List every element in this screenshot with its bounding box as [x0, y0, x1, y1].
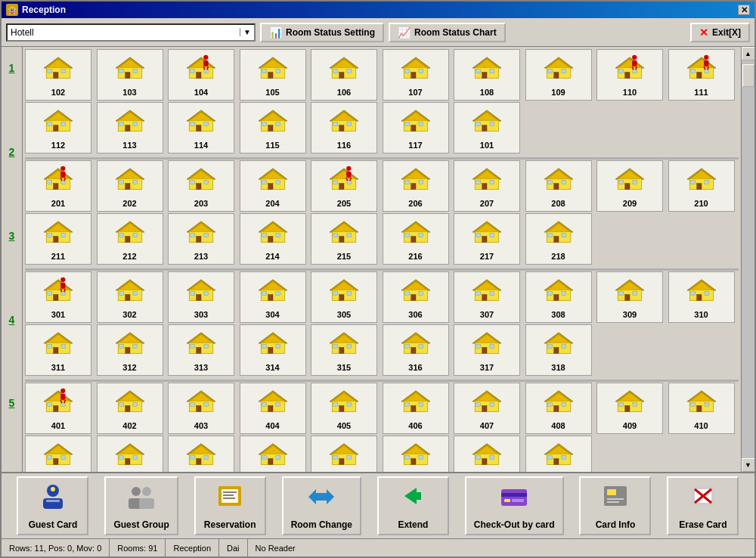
room-318[interactable]: 318: [525, 324, 592, 376]
room-405[interactable]: 405: [311, 383, 377, 434]
room-412[interactable]: 412: [97, 436, 163, 472]
room-303[interactable]: 303: [168, 271, 234, 323]
room-209[interactable]: 209: [596, 160, 663, 212]
room-307[interactable]: 307: [454, 271, 520, 323]
reservation-button[interactable]: Reservation: [194, 476, 266, 535]
room-107[interactable]: 107: [383, 49, 449, 101]
room-114[interactable]: 114: [168, 102, 234, 153]
room-215[interactable]: 215: [311, 213, 377, 265]
svg-rect-15: [197, 72, 201, 78]
room-206[interactable]: 206: [383, 160, 449, 212]
room-icon-113: [113, 107, 147, 139]
room-410[interactable]: 410: [668, 383, 735, 434]
room-409[interactable]: 409: [596, 383, 663, 434]
svg-rect-328: [262, 344, 266, 348]
room-418[interactable]: 418: [525, 436, 592, 472]
room-203[interactable]: 203: [168, 160, 234, 212]
room-417[interactable]: 417: [454, 436, 520, 472]
room-309[interactable]: 309: [596, 271, 663, 323]
room-305[interactable]: 305: [311, 271, 377, 323]
scroll-thumb[interactable]: [742, 64, 754, 87]
room-406[interactable]: 406: [383, 383, 449, 434]
status-chart-button[interactable]: 📈 Room Status Chart: [389, 23, 506, 42]
hotel-dropdown[interactable]: Hotell ▼: [6, 23, 256, 42]
room-change-button[interactable]: Room Change: [282, 476, 361, 535]
guest-card-button[interactable]: Guest Card: [17, 476, 88, 535]
floor-label-3[interactable]: 3: [9, 228, 15, 243]
room-103[interactable]: 103: [97, 49, 163, 101]
room-102[interactable]: 102: [25, 49, 91, 101]
room-312[interactable]: 312: [97, 324, 163, 376]
status-reader: No Reader: [248, 539, 303, 556]
room-112[interactable]: 112: [25, 102, 91, 153]
room-311[interactable]: 311: [25, 324, 91, 376]
room-212[interactable]: 212: [97, 213, 163, 265]
room-408[interactable]: 408: [525, 383, 592, 434]
room-117[interactable]: 117: [383, 102, 449, 153]
room-210[interactable]: 210: [668, 160, 735, 212]
room-105[interactable]: 105: [240, 49, 306, 101]
room-214[interactable]: 214: [240, 213, 306, 265]
room-407[interactable]: 407: [454, 383, 520, 434]
room-302[interactable]: 302: [97, 271, 163, 323]
room-108[interactable]: 108: [454, 49, 520, 101]
close-button[interactable]: ✕: [738, 5, 750, 15]
room-315[interactable]: 315: [311, 324, 377, 376]
room-number-304: 304: [265, 310, 279, 319]
scroll-down-button[interactable]: ▼: [742, 458, 755, 472]
room-413[interactable]: 413: [168, 436, 234, 472]
room-111[interactable]: 111: [668, 49, 735, 101]
room-104[interactable]: 104: [168, 49, 234, 101]
room-205[interactable]: 205: [311, 160, 377, 212]
room-411[interactable]: 411: [25, 436, 91, 472]
floor-label-5[interactable]: 5: [9, 395, 15, 411]
room-211[interactable]: 211: [25, 213, 91, 265]
room-115[interactable]: 115: [240, 102, 306, 153]
extend-button[interactable]: Extend: [377, 476, 449, 535]
room-403[interactable]: 403: [168, 383, 234, 434]
exit-button[interactable]: ✕ Exit[X]: [690, 23, 750, 42]
floor-label-2[interactable]: 2: [9, 144, 15, 160]
room-113[interactable]: 113: [97, 102, 163, 153]
svg-rect-118: [476, 122, 481, 126]
room-213[interactable]: 213: [168, 213, 234, 265]
room-415[interactable]: 415: [311, 436, 377, 472]
room-313[interactable]: 313: [168, 324, 234, 376]
room-216[interactable]: 216: [383, 213, 449, 265]
room-402[interactable]: 402: [97, 383, 163, 434]
room-109[interactable]: 109: [525, 49, 592, 101]
room-308[interactable]: 308: [525, 271, 592, 323]
room-218[interactable]: 218: [525, 213, 592, 265]
room-110[interactable]: 110: [596, 49, 663, 101]
room-301[interactable]: 301: [25, 271, 91, 323]
room-217[interactable]: 217: [454, 213, 520, 265]
room-204[interactable]: 204: [240, 160, 306, 212]
room-208[interactable]: 208: [525, 160, 592, 212]
erase-card-button[interactable]: Erase Card: [667, 476, 739, 535]
room-106[interactable]: 106: [311, 49, 377, 101]
scroll-up-button[interactable]: ▲: [742, 47, 755, 60]
room-404[interactable]: 404: [240, 383, 306, 434]
room-314[interactable]: 314: [240, 324, 306, 376]
card-info-button[interactable]: Card Info: [579, 476, 651, 535]
room-101[interactable]: 101: [454, 102, 520, 153]
room-306[interactable]: 306: [383, 271, 449, 323]
room-316[interactable]: 316: [383, 324, 449, 376]
room-414[interactable]: 414: [240, 436, 306, 472]
room-207[interactable]: 207: [454, 160, 520, 212]
guest-group-button[interactable]: Guest Group: [104, 476, 178, 535]
floor-label-4[interactable]: 4: [9, 312, 15, 327]
room-310[interactable]: 310: [668, 271, 735, 323]
floor-label-1[interactable]: 1: [9, 60, 15, 76]
app-icon: 🏨: [6, 4, 18, 16]
svg-point-156: [346, 166, 351, 170]
checkout-button[interactable]: Check-Out by card: [465, 476, 564, 535]
room-317[interactable]: 317: [454, 324, 520, 376]
status-setting-button[interactable]: 📊 Room Status Setting: [260, 23, 384, 42]
room-401[interactable]: 401: [25, 383, 91, 434]
room-304[interactable]: 304: [240, 271, 306, 323]
room-202[interactable]: 202: [97, 160, 163, 212]
room-201[interactable]: 201: [25, 160, 91, 212]
room-416[interactable]: 416: [383, 436, 449, 472]
room-116[interactable]: 116: [311, 102, 377, 153]
